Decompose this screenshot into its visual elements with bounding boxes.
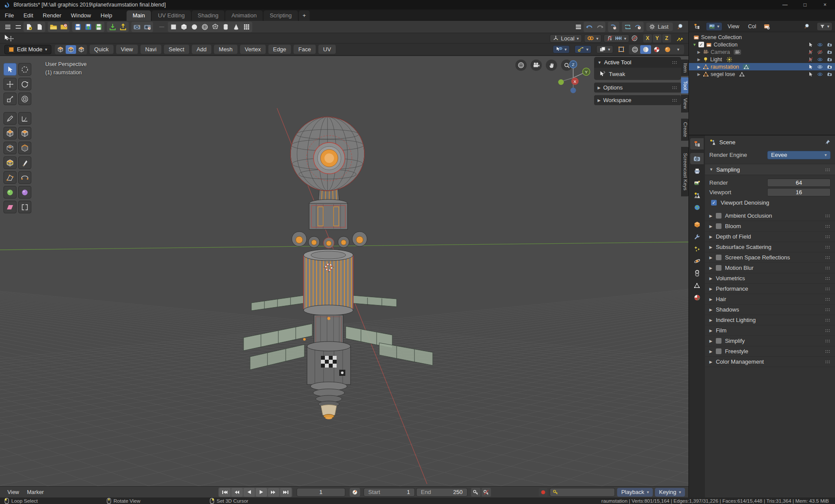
panel-grip-icon[interactable] xyxy=(825,339,831,342)
repeat-history-icon[interactable] xyxy=(633,22,643,32)
jump-to-end-button[interactable] xyxy=(280,488,291,497)
camera-icon[interactable] xyxy=(827,50,832,55)
panel-grip-icon[interactable] xyxy=(825,308,831,311)
ssr-checkbox[interactable] xyxy=(716,255,721,260)
camera-view-icon[interactable] xyxy=(531,60,542,71)
panel-grip-icon[interactable] xyxy=(825,225,831,228)
panel-grip-icon[interactable] xyxy=(825,266,831,269)
panel-grip-icon[interactable] xyxy=(825,245,831,249)
add-grid-icon[interactable] xyxy=(241,22,252,32)
import-icon[interactable] xyxy=(107,22,118,32)
select-cursor-icon[interactable] xyxy=(808,42,813,47)
add-cylinder-icon[interactable] xyxy=(220,22,231,32)
panel-grip-icon[interactable] xyxy=(825,298,831,301)
play-button[interactable] xyxy=(256,488,267,497)
tab-object-properties[interactable] xyxy=(690,219,704,230)
outliner-search-icon[interactable] xyxy=(802,22,813,31)
inset-faces-tool-button[interactable] xyxy=(3,142,17,154)
render-samples-field[interactable]: 64 xyxy=(767,179,831,187)
active-keying-set-field[interactable] xyxy=(550,488,615,497)
rotate-tool-button[interactable] xyxy=(18,78,31,90)
menu-mesh[interactable]: Mesh xyxy=(214,45,237,54)
select-cursor-disabled-icon[interactable] xyxy=(808,50,813,55)
section-film[interactable]: ▶Film xyxy=(705,325,835,336)
randomize-tool-button[interactable] xyxy=(18,186,31,199)
adjust-last-operation-button[interactable]: Last xyxy=(646,23,673,31)
timeline-menu-marker[interactable]: Marker xyxy=(23,488,48,496)
panel-grip-icon[interactable] xyxy=(825,287,831,290)
add-cone-icon[interactable] xyxy=(231,22,241,32)
jump-to-start-button[interactable] xyxy=(219,488,230,497)
disclosure-triangle-icon[interactable]: ▶ xyxy=(697,72,701,76)
eye-icon[interactable] xyxy=(817,64,823,70)
tab-object-data-properties[interactable] xyxy=(690,280,704,291)
panel-grip-icon[interactable] xyxy=(672,99,678,102)
eye-icon[interactable] xyxy=(817,72,823,77)
tab-scripting[interactable]: Scripting xyxy=(264,10,298,21)
snap-target-icon[interactable] xyxy=(675,33,685,43)
outliner-row-collection[interactable]: ▼ ✓ Collection xyxy=(689,41,835,48)
loop-cut-tool-button[interactable] xyxy=(3,156,17,169)
section-color-management[interactable]: ▶Color Management xyxy=(705,357,835,367)
options-panel-header[interactable]: ▶ Options xyxy=(594,83,681,93)
minimize-button[interactable]: — xyxy=(775,0,795,10)
panel-grip-icon[interactable] xyxy=(825,235,831,238)
xray-toggle-icon[interactable] xyxy=(616,45,626,54)
redo-history-icon[interactable] xyxy=(608,22,619,32)
outliner-row-light[interactable]: ▶ Light xyxy=(689,56,835,63)
3d-viewport[interactable]: User Perspective (1) raumstation xyxy=(0,56,688,486)
tab-item[interactable]: Item xyxy=(681,60,688,76)
shading-material-icon[interactable] xyxy=(651,45,662,54)
tab-scene-properties[interactable] xyxy=(690,189,704,201)
select-circle-tool-button[interactable] xyxy=(18,63,31,76)
section-subsurface-scattering[interactable]: ▶Subsurface Scattering xyxy=(705,242,835,252)
display-mode-dropdown[interactable]: ▾ xyxy=(706,22,722,31)
add-uv-sphere-icon[interactable] xyxy=(200,22,210,32)
select-cursor-icon[interactable] xyxy=(808,64,813,70)
tab-render-properties[interactable] xyxy=(690,153,704,164)
section-indirect-lighting[interactable]: ▶Indirect Lighting xyxy=(705,315,835,325)
auto-keying-record-button[interactable] xyxy=(539,488,548,497)
tab-main[interactable]: Main xyxy=(127,10,151,21)
eye-icon[interactable] xyxy=(817,42,823,47)
play-reverse-button[interactable] xyxy=(244,488,255,497)
orbit-sphere-icon[interactable] xyxy=(515,60,527,71)
pin-icon[interactable] xyxy=(825,139,831,145)
search-icon[interactable] xyxy=(675,22,686,32)
disclosure-triangle-icon[interactable]: ▼ xyxy=(692,43,697,47)
outliner-menu-view[interactable]: View xyxy=(724,22,743,31)
menu-select[interactable]: Select xyxy=(164,45,189,54)
overlays-dropdown[interactable]: ▾ xyxy=(574,45,591,53)
edge-select-mode-icon[interactable] xyxy=(66,45,76,54)
viewport-samples-field[interactable]: 16 xyxy=(767,188,831,196)
panel-grip-icon[interactable] xyxy=(825,360,831,363)
active-tool-row[interactable]: Tweak xyxy=(594,68,681,80)
timeline-menu-view[interactable]: View xyxy=(3,488,23,496)
panel-grip-icon[interactable] xyxy=(825,277,831,280)
axis-z-button[interactable]: Z xyxy=(662,34,671,43)
repeat-icon[interactable] xyxy=(622,22,633,32)
axis-gizmo[interactable]: Z Y X xyxy=(556,59,591,95)
transform-tool-button[interactable] xyxy=(18,93,31,105)
insert-keyframe-icon[interactable] xyxy=(471,488,481,497)
tweak-tool-button[interactable] xyxy=(3,63,17,76)
frame-start-field[interactable]: Start 1 xyxy=(364,488,415,497)
show-gizmo-dropdown[interactable]: ▾ xyxy=(553,45,570,53)
use-preview-range-icon[interactable] xyxy=(350,488,360,497)
tab-create[interactable]: Create xyxy=(681,119,688,141)
keying-dropdown[interactable]: Keying ▾ xyxy=(655,488,685,497)
select-cursor-disabled-icon[interactable] xyxy=(808,57,813,62)
extrude-region-tool-button[interactable] xyxy=(3,127,17,139)
simplify-checkbox[interactable] xyxy=(716,338,721,344)
bevel-tool-button[interactable] xyxy=(18,142,31,154)
menu-navi[interactable]: Navi xyxy=(140,45,161,54)
toolbar-menu-icon[interactable] xyxy=(13,22,23,32)
smooth-tool-button[interactable] xyxy=(3,186,17,199)
render-animation-icon[interactable] xyxy=(142,22,153,32)
outliner-row-camera[interactable]: ▶ Camera xyxy=(689,48,835,56)
rip-region-tool-button[interactable] xyxy=(18,201,31,213)
section-hair[interactable]: ▶Hair xyxy=(705,294,835,305)
collection-checkbox[interactable]: ✓ xyxy=(698,42,704,47)
poly-build-tool-button[interactable] xyxy=(3,171,17,184)
sampling-section-header[interactable]: ▼ Sampling xyxy=(705,164,835,175)
